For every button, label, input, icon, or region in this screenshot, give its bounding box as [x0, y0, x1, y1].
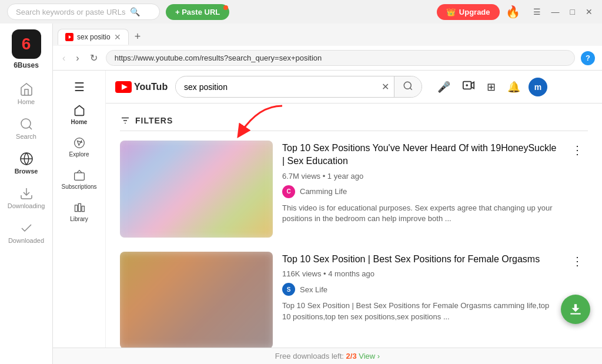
svg-rect-9: [74, 173, 84, 181]
yt-search-input[interactable]: [176, 78, 377, 96]
result-info-1: Top 10 Sex Positions You've Never Heard …: [282, 141, 557, 238]
yt-nav-explore[interactable]: Explore: [53, 131, 105, 163]
yt-menu-button[interactable]: ☰: [69, 75, 89, 99]
yt-notifications-button[interactable]: 🔔: [504, 77, 524, 97]
result-more-button-1[interactable]: ⋮: [567, 141, 588, 159]
svg-marker-19: [471, 82, 474, 89]
result-channel-1: C Camming Life: [282, 185, 557, 198]
sidebar-item-downloaded[interactable]: Downloaded: [0, 215, 52, 250]
app-container: 6 6Buses Home Search Browse Downloading …: [0, 24, 602, 364]
add-tab-button[interactable]: +: [131, 29, 145, 44]
browser-content: ☰ Home Explore Subscriptions Library: [53, 71, 602, 348]
yt-search-button[interactable]: [394, 76, 422, 97]
app-logo: 6: [12, 29, 41, 59]
home-label: Home: [18, 98, 35, 105]
help-button[interactable]: ?: [581, 51, 595, 65]
yt-subscriptions-icon: [73, 169, 85, 181]
footer-prefix: Free downloads left:: [275, 352, 344, 360]
result-separator-1: •: [323, 172, 327, 181]
channel-avatar-1: C: [282, 185, 295, 198]
yt-avatar[interactable]: m: [529, 78, 547, 96]
minimize-button[interactable]: —: [549, 6, 562, 18]
result-time-1: 1 year ago: [327, 172, 363, 181]
window-controls: ☰ — □ ✕: [531, 6, 595, 18]
yt-header: YouTube ✕ 🎤: [106, 71, 602, 103]
upgrade-label: Upgrade: [459, 8, 490, 16]
downloaded-icon: [19, 221, 34, 235]
result-time-2: 4 months ago: [328, 269, 374, 278]
menu-button[interactable]: ☰: [531, 6, 543, 18]
yt-add-video-button[interactable]: [459, 75, 479, 98]
sidebar-item-downloading[interactable]: Downloading: [0, 181, 52, 215]
svg-point-16: [404, 82, 411, 89]
search-label: Search: [16, 133, 36, 140]
flame-icon: 🔥: [506, 5, 520, 19]
maximize-button[interactable]: □: [568, 6, 577, 18]
yt-explore-label: Explore: [69, 151, 89, 158]
app-name-label: 6Buses: [14, 61, 39, 69]
result-item-1: Top 10 Sex Positions You've Never Heard …: [120, 141, 588, 238]
result-item-2: Top 10 Sex Position | Best Sex Positions…: [120, 252, 588, 348]
yt-home-label: Home: [71, 119, 88, 125]
sidebar-item-home[interactable]: Home: [0, 76, 52, 111]
tab-title: sex positio: [77, 33, 111, 41]
result-more-button-2[interactable]: ⋮: [567, 252, 588, 271]
yt-logo: YouTube: [115, 81, 168, 93]
sidebar-item-browse[interactable]: Browse: [0, 146, 52, 181]
browser-area: sex positio ✕ + ‹ › ↻ https://www.youtub…: [53, 24, 602, 364]
add-video-icon: [462, 79, 475, 92]
channel-name-2: Sex Life: [300, 285, 327, 294]
upgrade-button[interactable]: 👑 Upgrade: [437, 4, 500, 20]
yt-nav-home[interactable]: Home: [53, 99, 105, 131]
result-meta-1: 6.7M views • 1 year ago: [282, 172, 557, 181]
yt-nav-library[interactable]: Library: [53, 196, 105, 228]
back-button[interactable]: ‹: [60, 52, 68, 65]
downloaded-label: Downloaded: [8, 237, 44, 244]
footer-count: 2/3: [346, 352, 357, 360]
url-bar[interactable]: https://www.youtube.com/results?search_q…: [106, 50, 575, 66]
refresh-button[interactable]: ↻: [88, 51, 100, 65]
result-info-2: Top 10 Sex Position | Best Sex Positions…: [282, 252, 557, 348]
filter-icon: [120, 115, 131, 126]
result-thumbnail-1[interactable]: [120, 141, 273, 238]
title-bar-right: 👑 Upgrade 🔥 ☰ — □ ✕: [437, 4, 595, 20]
channel-avatar-2: S: [282, 283, 295, 296]
result-thumbnail-2[interactable]: [120, 252, 273, 348]
svg-rect-10: [75, 205, 77, 212]
close-button[interactable]: ✕: [583, 6, 595, 18]
yt-search-clear-button[interactable]: ✕: [377, 81, 394, 92]
svg-point-7: [74, 138, 84, 148]
download-icon: [568, 302, 583, 317]
yt-search-content: FILTERS Top 10 Sex Positions You've Neve…: [106, 103, 602, 348]
sidebar-item-search[interactable]: Search: [0, 111, 52, 146]
download-fab-button[interactable]: [561, 295, 590, 324]
filters-label: FILTERS: [135, 116, 173, 125]
yt-library-icon: [73, 202, 85, 213]
tab-close-button[interactable]: ✕: [114, 33, 121, 41]
yt-nav-subscriptions[interactable]: Subscriptions: [53, 163, 105, 196]
yt-mic-button[interactable]: 🎤: [434, 77, 454, 97]
yt-main: YouTube ✕ 🎤: [106, 71, 602, 348]
nav-bar: ‹ › ↻ https://www.youtube.com/results?se…: [53, 46, 602, 71]
yt-search-icon: [403, 81, 413, 91]
yt-grid-button[interactable]: ⊞: [483, 77, 499, 97]
paste-url-button[interactable]: + Paste URL: [166, 4, 229, 20]
filters-bar: FILTERS: [120, 111, 588, 131]
svg-line-17: [410, 88, 412, 89]
browser-tab[interactable]: sex positio ✕: [58, 29, 129, 45]
crown-icon: 👑: [446, 8, 456, 16]
search-url-bar[interactable]: Search keywords or paste URLs 🔍: [7, 4, 160, 20]
yt-home-icon: [73, 105, 85, 116]
result-desc-2: Top 10 Sex Position | Best Sex Positions…: [282, 300, 557, 322]
result-title-1: Top 10 Sex Positions You've Never Heard …: [282, 142, 557, 168]
result-channel-2: S Sex Life: [282, 283, 557, 296]
result-views-2: 116K views: [282, 269, 321, 278]
yt-subscriptions-label: Subscriptions: [61, 183, 96, 190]
footer-view-link[interactable]: View ›: [359, 352, 380, 360]
yt-search-bar[interactable]: ✕: [175, 76, 422, 98]
yt-logo-icon: YouTube: [115, 81, 168, 93]
search-nav-icon: [19, 117, 34, 131]
forward-button[interactable]: ›: [73, 52, 81, 65]
yt-explore-icon: [73, 137, 85, 149]
tab-bar: sex positio ✕ +: [53, 24, 602, 46]
